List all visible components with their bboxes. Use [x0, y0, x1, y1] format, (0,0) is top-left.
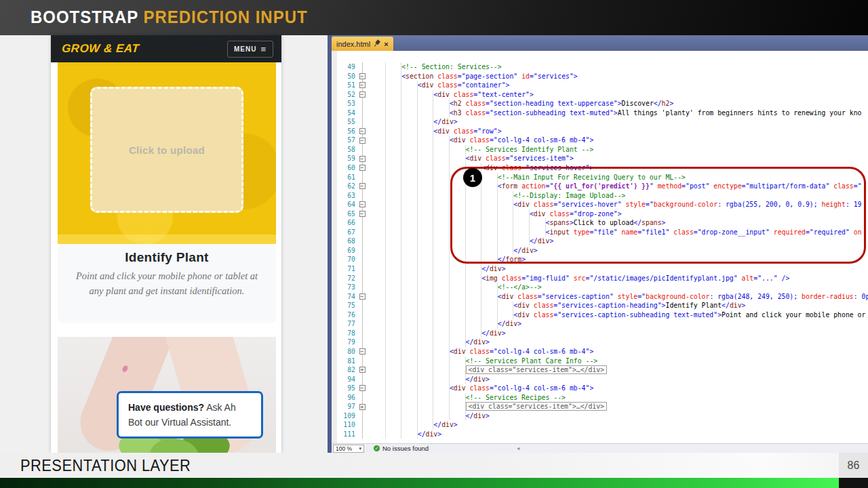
- hamburger-icon: ≡: [260, 45, 267, 54]
- fold-collapse-marker[interactable]: −: [359, 201, 366, 207]
- code-line: 63<!--Display: Image Upload-->: [337, 191, 868, 201]
- code-text: <!-- Section: Services-->: [367, 62, 868, 72]
- code-text: <div class="services-item">: [367, 154, 868, 163]
- fold-column: [357, 301, 367, 310]
- fold-line: [362, 264, 363, 274]
- fold-line: [362, 237, 363, 246]
- fold-expand-marker[interactable]: +: [359, 404, 366, 410]
- line-number: 81: [337, 357, 357, 366]
- menu-button[interactable]: MENU ≡: [227, 41, 273, 58]
- fold-expand-marker[interactable]: +: [359, 367, 366, 373]
- fold-line: [362, 357, 363, 366]
- fold-column: [357, 173, 367, 182]
- plant-photo: Have questions? Ask Ah Bot our Virtual A…: [58, 337, 276, 453]
- code-line: 77</div>: [337, 319, 868, 329]
- code-line: 72<img class="img-fluid" src="/static/im…: [337, 274, 868, 283]
- fold-line: [362, 283, 363, 292]
- line-number: 61: [337, 173, 357, 182]
- zoom-level-select[interactable]: 100 % ▾: [333, 445, 364, 453]
- tab-index-html[interactable]: index.html ×: [332, 37, 393, 51]
- code-text: <div class="services-caption-heading">Id…: [367, 301, 868, 310]
- fold-line: [362, 329, 363, 338]
- code-text: <spans>Click to upload</spans>: [367, 218, 868, 228]
- code-lines: 49<!-- Section: Services-->50−<section c…: [332, 62, 868, 439]
- code-text: </div>: [367, 375, 868, 384]
- line-number: 72: [337, 274, 357, 283]
- code-text: <div class="row">: [367, 127, 868, 136]
- code-line: 57−<div class="col-lg-4 col-sm-6 mb-4">: [337, 136, 868, 145]
- fold-column: [357, 108, 367, 118]
- scrollbar-left-arrow-icon[interactable]: ◂: [517, 445, 519, 451]
- fold-column: −: [357, 347, 367, 357]
- fold-column: [357, 218, 367, 228]
- fold-column: [357, 310, 367, 320]
- line-number: 76: [337, 310, 357, 320]
- line-number: 58: [337, 145, 357, 155]
- fold-column: −: [357, 127, 367, 136]
- code-line: 56−<div class="row">: [337, 127, 868, 136]
- code-line: 59−<div class="services-item">: [337, 154, 868, 163]
- chatbot-callout-bold: Have questions?: [128, 402, 204, 413]
- code-line: 79</div>: [337, 338, 868, 347]
- line-number: 65: [337, 209, 357, 219]
- upload-drop-zone[interactable]: Click to upload: [90, 87, 243, 213]
- code-text: <input type="file" name="file1" class="d…: [367, 228, 868, 237]
- code-text: </div>: [367, 319, 868, 329]
- line-number: 68: [337, 237, 357, 246]
- fold-collapse-marker[interactable]: −: [359, 92, 366, 98]
- line-number: 67: [337, 228, 357, 237]
- code-line: 51−<div class="container">: [337, 81, 868, 90]
- fold-line: [362, 310, 363, 320]
- service-card-title: Identify Plant: [58, 250, 276, 265]
- fold-line: [362, 319, 363, 329]
- pin-icon[interactable]: [373, 39, 382, 49]
- line-number: 96: [337, 393, 357, 403]
- fold-collapse-marker[interactable]: −: [359, 128, 366, 134]
- code-text: <div class="services-hover">: [367, 163, 868, 173]
- fold-collapse-marker[interactable]: −: [359, 82, 366, 88]
- fold-column: −: [357, 81, 367, 90]
- code-line: 65−<div class="drop-zone">: [337, 209, 868, 219]
- code-text: <!-- Services Identify Plant -->: [367, 145, 868, 155]
- chatbot-callout: Have questions? Ask Ah Bot our Virtual A…: [117, 391, 263, 439]
- fold-column: −: [357, 136, 367, 145]
- fold-collapse-marker[interactable]: −: [359, 211, 366, 217]
- code-text: <form action="{{ url_for('predict') }}" …: [367, 182, 868, 191]
- fold-column: +: [357, 402, 367, 411]
- code-text: </div>: [367, 411, 868, 421]
- code-text: <img class="img-fluid" src="/static/imag…: [367, 274, 868, 283]
- fold-column: [357, 420, 367, 430]
- fold-collapse-marker[interactable]: −: [359, 138, 366, 144]
- fold-collapse-marker[interactable]: −: [359, 293, 366, 300]
- footer-title: PRESENTATION LAYER: [20, 457, 191, 475]
- code-text: <div class="text-center">: [367, 90, 868, 100]
- code-line: 75<div class="services-caption-heading">…: [337, 301, 868, 310]
- fold-column: −: [357, 72, 367, 81]
- fold-collapse-marker[interactable]: −: [359, 73, 366, 79]
- code-text: <div class="drop-zone">: [367, 209, 868, 219]
- fold-collapse-marker[interactable]: −: [359, 165, 366, 171]
- fold-column: [357, 430, 367, 439]
- fold-collapse-marker[interactable]: −: [359, 348, 366, 354]
- code-line: 69</div>: [337, 246, 868, 256]
- line-number: 77: [337, 319, 357, 329]
- fold-column: −: [357, 182, 367, 191]
- line-number: 82: [337, 365, 357, 375]
- line-number: 80: [337, 347, 357, 357]
- fold-column: −: [357, 200, 367, 209]
- code-text: <!-- Services Plant Care Info -->: [367, 357, 868, 366]
- fold-column: +: [357, 365, 367, 375]
- code-area[interactable]: 49<!-- Section: Services-->50−<section c…: [332, 51, 868, 443]
- code-text: <div class="services-caption-subheading …: [367, 310, 868, 320]
- annotation-number-badge: 1: [463, 168, 482, 187]
- title-part-prediction-input: PREDICTION INPUT: [138, 7, 308, 26]
- line-number: 49: [337, 62, 357, 72]
- close-icon[interactable]: ×: [384, 40, 388, 48]
- fold-collapse-marker[interactable]: −: [359, 156, 366, 162]
- fold-collapse-marker[interactable]: −: [359, 385, 366, 391]
- status-text: No issues found: [382, 445, 429, 452]
- line-number: 110: [337, 420, 357, 430]
- fold-column: [357, 246, 367, 256]
- fold-collapse-marker[interactable]: −: [359, 183, 366, 189]
- fold-column: [357, 393, 367, 403]
